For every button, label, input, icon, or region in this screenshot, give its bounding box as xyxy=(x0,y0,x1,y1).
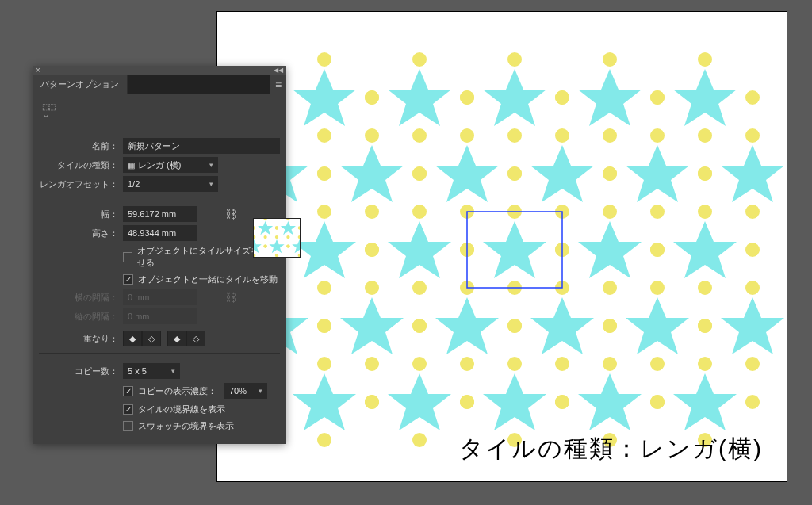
pattern-canvas[interactable] xyxy=(217,12,787,456)
chevron-down-icon: ▾ xyxy=(209,180,213,188)
dim-label: コピーの表示濃度： xyxy=(138,385,216,397)
overlap-left[interactable]: ◆ xyxy=(123,331,142,346)
chevron-down-icon: ▾ xyxy=(171,367,175,375)
label-overlap: 重なり： xyxy=(39,333,118,345)
canvas-caption: タイルの種類：レンガ(横) xyxy=(459,433,763,465)
brick-icon: ▦ xyxy=(128,161,135,170)
offset-select[interactable]: 1/2 ▾ xyxy=(123,176,218,192)
tiletype-select[interactable]: ▦ レンガ (横) ▾ xyxy=(123,157,218,173)
overlap-buttons: ◆ ◇ ◆ ◇ xyxy=(123,331,205,346)
chk-move-label: オブジェクトと一緒にタイルを移動 xyxy=(138,274,278,285)
close-icon[interactable]: × xyxy=(36,66,40,75)
copies-select[interactable]: 5 x 5 ▾ xyxy=(123,363,180,379)
overlap-right[interactable]: ◇ xyxy=(142,331,161,346)
tile-resize-icon[interactable]: ⬚ ⬚↔ xyxy=(42,102,54,120)
chk-move-with-object[interactable]: ✓ xyxy=(123,274,133,285)
label-copies: コピー数： xyxy=(39,365,118,377)
artboard: タイルの種類：レンガ(横) xyxy=(216,11,787,482)
overlap-top[interactable]: ◆ xyxy=(167,331,186,346)
panel-tab-pattern[interactable]: パターンオプション xyxy=(33,75,128,94)
panel-spacer xyxy=(128,75,270,94)
chevron-down-icon: ▾ xyxy=(259,387,262,395)
dim-select[interactable]: 70% ▾ xyxy=(224,383,267,399)
link-spacing-icon: ⛓ xyxy=(223,289,239,305)
label-hspacing: 横の間隔： xyxy=(39,292,118,304)
name-input[interactable] xyxy=(123,138,280,154)
chevron-down-icon: ▾ xyxy=(209,161,213,169)
width-input[interactable] xyxy=(123,206,197,222)
pattern-thumbnail xyxy=(253,218,301,258)
link-wh-icon[interactable]: ⛓ xyxy=(223,206,239,222)
chk-size-to-object[interactable] xyxy=(123,252,132,262)
collapse-icon[interactable]: ◀◀ xyxy=(274,67,283,74)
label-width: 幅： xyxy=(39,209,118,220)
label-offset: レンガオフセット： xyxy=(39,178,118,190)
chk-tileedge[interactable]: ✓ xyxy=(123,404,133,415)
hspacing-input xyxy=(123,289,197,305)
label-vspacing: 縦の間隔： xyxy=(39,311,118,323)
chk-dim[interactable]: ✓ xyxy=(123,386,133,396)
label-tiletype: タイルの種類： xyxy=(39,159,118,171)
panel-menu-icon[interactable]: ≡ xyxy=(270,78,286,91)
label-name: 名前： xyxy=(39,140,118,152)
label-height: 高さ： xyxy=(39,228,118,239)
pattern-options-panel: × ◀◀ パターンオプション ≡ ⬚ ⬚↔ 名前： タイルの種類： ▦ レンガ … xyxy=(33,66,286,444)
vspacing-input xyxy=(123,308,197,324)
overlap-bottom[interactable]: ◇ xyxy=(186,331,205,346)
chk-tileedge-label: タイルの境界線を表示 xyxy=(138,404,225,415)
chk-swatch[interactable] xyxy=(123,421,133,431)
chk-swatch-label: スウォッチの境界を表示 xyxy=(138,420,234,432)
height-input[interactable] xyxy=(123,225,197,241)
